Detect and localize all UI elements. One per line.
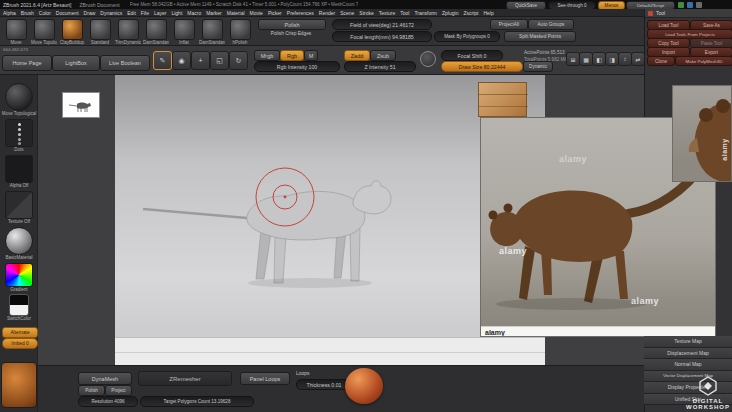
project-toggle-button[interactable]: Project <box>105 385 132 396</box>
menu-item[interactable]: Scene <box>340 10 354 16</box>
target-polygons-slider[interactable]: Target Polygons Count 13.19628 <box>140 396 254 407</box>
z-intensity-slider[interactable]: Z Intensity 51 <box>344 61 416 72</box>
menu-item[interactable]: Edit <box>127 10 136 16</box>
texture-map-section[interactable]: Texture Map <box>644 336 732 348</box>
scale-mode-button[interactable]: ◱ <box>210 51 229 70</box>
thickness-slider[interactable]: Thickness 0.01 <box>296 379 352 390</box>
menu-item[interactable]: Preferences <box>287 10 314 16</box>
menu-item[interactable]: Dynamics <box>100 10 122 16</box>
menu-item[interactable]: Color <box>39 10 51 16</box>
menu-item[interactable]: Transform <box>414 10 437 16</box>
draw-mode-button[interactable]: ◉ <box>172 51 191 70</box>
sidebar-item-material[interactable]: BasicMaterial <box>0 227 38 260</box>
canvas-scroll-icon[interactable]: ⊞ <box>566 52 580 66</box>
titlebar-blue-icon[interactable] <box>687 2 693 8</box>
alpha-preview <box>5 155 33 183</box>
menu-item[interactable]: Render <box>319 10 335 16</box>
alternate-button[interactable]: Alternate <box>2 327 38 338</box>
field-of-view-slider[interactable]: Field of view(deg) 21.46172 <box>332 19 432 30</box>
edit-mode-button[interactable]: ✎ <box>153 51 172 70</box>
sidebar-item-alpha[interactable]: Alpha Off <box>0 155 38 188</box>
menu-item[interactable]: Macro <box>187 10 201 16</box>
canvas-vpan-icon[interactable]: ↕ <box>618 52 632 66</box>
menu-item[interactable]: Document <box>56 10 79 16</box>
canvas-hpan-icon[interactable]: ⇄ <box>631 52 645 66</box>
panel-loops-button[interactable]: Panel Loops <box>240 372 290 385</box>
focal-length-slider[interactable]: Focal length(mm) 94.98185 <box>332 31 432 42</box>
canvas-zoom-icon[interactable]: ▦ <box>579 52 593 66</box>
zremesher-button[interactable]: ZRemesher <box>138 371 232 386</box>
home-page-button[interactable]: Home Page <box>2 55 52 71</box>
menu-item[interactable]: Help <box>483 10 493 16</box>
menu-item[interactable]: Layer <box>154 10 167 16</box>
project-all-button[interactable]: ProjectAll <box>490 19 528 30</box>
menu-item[interactable]: Draw <box>84 10 96 16</box>
sidebar-item-brush[interactable]: Move Topological <box>0 83 38 116</box>
zsub-button[interactable]: Zsub <box>370 50 396 61</box>
brush-slot[interactable]: TrimDynamic <box>115 19 141 45</box>
canvas-aahalf-icon[interactable]: ◨ <box>605 52 619 66</box>
rgb-button[interactable]: Rgb <box>280 50 304 61</box>
menu-item[interactable]: Marker <box>206 10 222 16</box>
document-thumbnail[interactable] <box>62 92 100 118</box>
sidebar-item-color-picker[interactable]: Gradient <box>0 263 38 292</box>
split-masked-points-button[interactable]: Split Masked Points <box>504 31 576 42</box>
brush-slot[interactable]: ClayBuildup <box>59 19 85 45</box>
titlebar-gray-icon[interactable] <box>696 2 702 8</box>
move-mode-button[interactable]: + <box>191 51 210 70</box>
menu-item[interactable]: Zplugin <box>442 10 458 16</box>
brush-slot[interactable]: DamStandard <box>199 19 225 45</box>
brush-slot[interactable]: Move <box>3 19 29 45</box>
brush-slot[interactable]: DamStandard <box>143 19 169 45</box>
clay-swatch[interactable] <box>1 362 37 408</box>
menu-item[interactable]: Stroke <box>359 10 373 16</box>
polish-toggle-button[interactable]: Polish <box>78 385 105 396</box>
sidebar-item-switch-color[interactable]: SwitchColor <box>0 294 38 321</box>
material-sphere-preview[interactable] <box>345 368 383 404</box>
menu-item[interactable]: Light <box>171 10 182 16</box>
brush-slot[interactable]: hPolish <box>227 19 253 45</box>
reference-photo-closeup[interactable]: alamy <box>672 85 732 182</box>
dynamic-button[interactable]: Dynamic <box>523 61 553 72</box>
mask-by-polygroups-slider[interactable]: Mask By Polygroups 0 <box>434 31 500 42</box>
dynamesh-button[interactable]: DynaMesh <box>78 372 132 385</box>
menu-item[interactable]: Movie <box>250 10 263 16</box>
menu-item[interactable]: File <box>141 10 149 16</box>
brush-slot[interactable]: Inflat <box>171 19 197 45</box>
menu-item[interactable]: Tool <box>400 10 409 16</box>
sidebar-item-label: Dots <box>0 147 38 152</box>
clone-button[interactable]: Clone <box>647 56 675 66</box>
tool-panel-header[interactable]: Tool <box>645 9 732 18</box>
m-button[interactable]: M <box>304 50 318 61</box>
menu-item[interactable]: Brush <box>21 10 34 16</box>
brush-slot[interactable]: Move Topological <box>31 19 57 45</box>
rgb-intensity-slider[interactable]: Rgb Intensity 100 <box>254 61 340 72</box>
resolution-slider[interactable]: Resolution 4096 <box>78 396 138 407</box>
draw-size-slider[interactable]: Draw Size 80.22444 <box>441 61 523 72</box>
menu-item[interactable]: Texture <box>379 10 395 16</box>
polish-crisp-label[interactable]: Polish Crisp Edges <box>256 31 326 36</box>
doc-id-label: 664-482-673 <box>3 47 28 52</box>
menu-item[interactable]: Picker <box>268 10 282 16</box>
titlebar-green-icon[interactable] <box>678 2 684 8</box>
sidebar-item-texture[interactable]: Texture Off <box>0 191 38 224</box>
color-reference-swatch[interactable] <box>478 82 527 117</box>
live-boolean-button[interactable]: Live Boolean <box>100 55 150 71</box>
mrgb-button[interactable]: Mrgb <box>254 50 280 61</box>
zadd-button[interactable]: Zadd <box>344 50 370 61</box>
menu-item[interactable]: Alpha <box>3 10 16 16</box>
menu-item[interactable]: Material <box>227 10 245 16</box>
imbed-slider[interactable]: Imbed 0 <box>2 338 38 349</box>
sidebar-item-stroke[interactable]: Dots <box>0 119 38 152</box>
canvas-actual-icon[interactable]: ◧ <box>592 52 606 66</box>
menu-item[interactable]: Zscript <box>463 10 478 16</box>
brush-label: Move <box>3 40 29 45</box>
polish-button[interactable]: Polish <box>258 19 326 30</box>
auto-groups-button[interactable]: Auto Groups <box>528 19 574 30</box>
make-polymesh3d-button[interactable]: Make PolyMesh3D <box>675 56 732 66</box>
lightbox-button[interactable]: LightBox <box>52 55 100 71</box>
focal-shift-slider[interactable]: Focal Shift 0 <box>441 50 503 61</box>
rotate-mode-button[interactable]: ↻ <box>229 51 248 70</box>
brush-icon <box>6 19 27 40</box>
brush-slot[interactable]: Standard <box>87 19 113 45</box>
